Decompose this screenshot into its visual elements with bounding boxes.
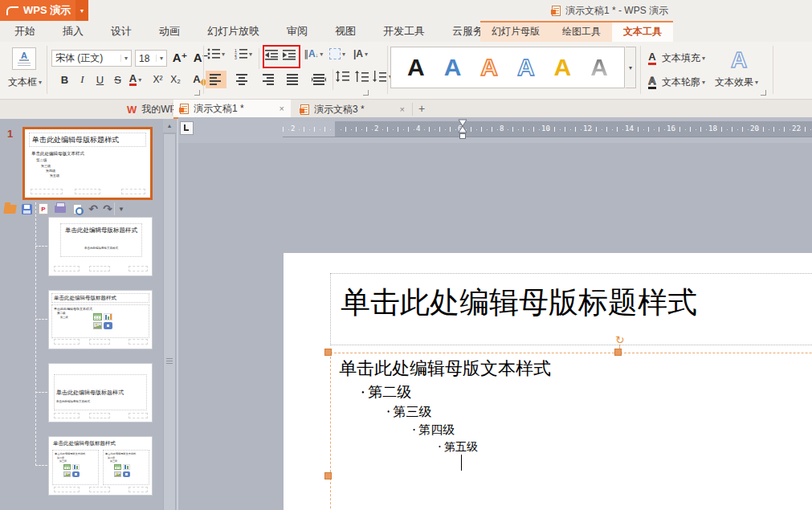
insert-video-icon — [104, 322, 112, 329]
app-menu-arrow-icon[interactable]: ▾ — [75, 0, 88, 21]
align-left-button[interactable] — [206, 71, 226, 88]
line-spacing-button[interactable] — [336, 71, 350, 82]
tab-cloud[interactable]: 云服务 — [452, 24, 484, 39]
print-button[interactable] — [54, 202, 67, 215]
thumbnail-title-layout[interactable]: 单击此处编辑母版标题样式 单击此处编辑母版文本样式 — [48, 217, 153, 276]
bold-button[interactable]: B — [56, 71, 73, 88]
character-spacing-button[interactable]: |A — [353, 48, 368, 59]
app-menu-button[interactable]: WPS 演示 ▾ — [0, 0, 88, 21]
wordart-style-blue-outline[interactable]: A — [517, 55, 535, 80]
thumbnail-slide-master[interactable]: 单击此处编辑母版标题样式 单击此处编辑母版文本样式 第二级 第三级 第四级 第五… — [22, 127, 153, 200]
scrollbar-up-arrow[interactable]: ▲ — [163, 119, 176, 133]
slide-number-label: 1 — [7, 128, 13, 140]
grow-font-button[interactable]: A⁺ — [170, 49, 190, 67]
print-preview-button[interactable] — [71, 202, 84, 215]
tab-design[interactable]: 设计 — [111, 24, 132, 39]
decrease-indent-button[interactable] — [265, 49, 280, 60]
insert-chart-icon — [104, 313, 112, 320]
font-color-button[interactable]: A — [127, 71, 144, 88]
text-fill-button[interactable]: 文本填充 — [662, 51, 705, 65]
subscript-button[interactable]: X₂ — [167, 71, 184, 88]
wordart-gallery-more-button[interactable]: ▾ — [626, 47, 636, 88]
wordart-style-blue[interactable]: A — [444, 55, 462, 80]
small-separator — [333, 69, 333, 90]
undo-button[interactable]: ↶ — [87, 202, 100, 215]
tab-text-tools[interactable]: 文本工具 — [612, 22, 673, 42]
space-before-paragraph-button[interactable] — [355, 71, 369, 82]
align-right-icon — [261, 74, 274, 85]
text-outline-button[interactable]: 文本轮廓 — [662, 75, 705, 89]
underline-button[interactable]: U — [92, 71, 108, 88]
selection-handle-left-middle[interactable] — [324, 472, 332, 479]
tab-animation[interactable]: 动画 — [159, 24, 180, 39]
align-center-button[interactable] — [231, 71, 252, 88]
tab-review[interactable]: 审阅 — [287, 24, 308, 39]
thumb-footer-box — [121, 189, 145, 194]
body-level-1[interactable]: 单击此处编辑母版文本样式 — [337, 357, 551, 381]
tab-slide-master[interactable]: 幻灯片母版 — [480, 22, 551, 42]
paragraph-dialog-launcher[interactable] — [363, 90, 369, 96]
redo-button[interactable]: ↷ — [101, 202, 114, 215]
selection-handle-top-center[interactable] — [614, 349, 622, 356]
wordart-style-gray-gradient[interactable]: A — [590, 55, 608, 80]
thumbnail-title-content-layout[interactable]: 单击此处编辑母版标题样式 单击此处编辑母版文本样式 第二级 第三级 — [48, 290, 153, 349]
superscript-button[interactable]: X² — [149, 71, 166, 88]
wordart-style-orange-outline[interactable]: A — [480, 55, 498, 80]
bullet-list-button[interactable] — [207, 48, 225, 59]
menu-bar: 开始 插入 设计 动画 幻灯片放映 审阅 视图 开发工具 云服务 幻灯片母版 绘… — [0, 21, 812, 42]
text-direction-button[interactable]: ∥A↓ — [304, 48, 323, 59]
justify-button[interactable] — [283, 71, 304, 88]
increase-indent-button[interactable] — [283, 49, 297, 60]
tab-stop-selector[interactable] — [180, 121, 194, 135]
print-preview-icon — [73, 204, 82, 214]
close-tab-icon[interactable]: × — [400, 104, 405, 114]
numbered-list-button[interactable]: 123 — [235, 48, 252, 59]
body-level-5[interactable]: •第五级 — [439, 440, 478, 455]
title-bar: WPS 演示 ▾ 演示文稿1 * - WPS 演示 — [0, 0, 812, 21]
export-pdf-button[interactable]: P — [37, 202, 50, 215]
body-level-2[interactable]: •第二级 — [361, 382, 411, 402]
selection-handle-top-left[interactable] — [324, 349, 332, 356]
quickbar-more-button[interactable]: ▼ — [118, 206, 124, 213]
save-button[interactable] — [20, 202, 33, 215]
tab-view[interactable]: 视图 — [335, 24, 356, 39]
tab-document-3[interactable]: 演示文稿3 * × — [294, 100, 411, 119]
textbox-border-style-button[interactable] — [329, 48, 345, 59]
tab-devtools[interactable]: 开发工具 — [383, 24, 425, 39]
text-direction-icon: ∥A↓ — [304, 48, 318, 59]
master-title-text[interactable]: 单击此处编辑母版标题样式 — [341, 283, 697, 323]
font-dialog-launcher[interactable] — [194, 90, 200, 96]
paragraph-spacing-button[interactable] — [373, 71, 392, 82]
align-right-button[interactable] — [257, 71, 278, 88]
align-left-icon — [210, 74, 222, 85]
new-tab-button[interactable]: + — [418, 102, 425, 115]
close-tab-icon[interactable]: × — [280, 104, 284, 113]
italic-button[interactable]: I — [74, 71, 91, 88]
font-name-combo[interactable]: 宋体 (正文)▾ — [51, 50, 132, 67]
tab-slideshow[interactable]: 幻灯片放映 — [207, 24, 259, 39]
tab-document-1[interactable]: 演示文稿1 * × — [173, 100, 291, 119]
tab-drawing-tools[interactable]: 绘图工具 — [551, 22, 612, 42]
rotate-handle-icon[interactable]: ↻ — [615, 334, 625, 345]
body-level-4[interactable]: •第四级 — [413, 422, 455, 438]
indent-marker[interactable] — [457, 119, 468, 142]
thumbnail-section-header-layout[interactable]: 单击此处编辑母版标题样式 单击此处编辑母版文本样式 — [48, 363, 153, 422]
text-effects-button[interactable]: 文本效果 — [715, 75, 758, 89]
wordart-style-gold[interactable]: A — [554, 55, 572, 80]
thumbnail-two-content-layout[interactable]: 单击此处编辑母版标题样式 单击此处编辑母版文本样式 第二级 第三级 单击此处编辑… — [48, 436, 153, 496]
printer-icon — [55, 206, 66, 213]
thumbnail-scrollbar-thumb[interactable] — [164, 134, 175, 510]
wordart-style-black[interactable]: A — [407, 55, 425, 80]
distribute-text-button[interactable] — [308, 71, 329, 88]
tab-home[interactable]: 开始 — [14, 24, 35, 39]
content-placeholder-icons — [93, 313, 112, 329]
effects-dialog-launcher[interactable] — [761, 90, 766, 96]
body-level-3[interactable]: •第三级 — [387, 404, 432, 421]
insert-textbox-button[interactable]: A — [12, 47, 36, 70]
font-size-combo[interactable]: 18▾ — [135, 50, 167, 67]
open-file-button[interactable] — [3, 202, 16, 215]
textbox-menu-button[interactable]: 文本框 — [5, 75, 45, 89]
strikethrough-button[interactable]: S — [109, 71, 126, 88]
tab-insert[interactable]: 插入 — [63, 24, 84, 39]
panel-divider[interactable] — [177, 119, 178, 510]
